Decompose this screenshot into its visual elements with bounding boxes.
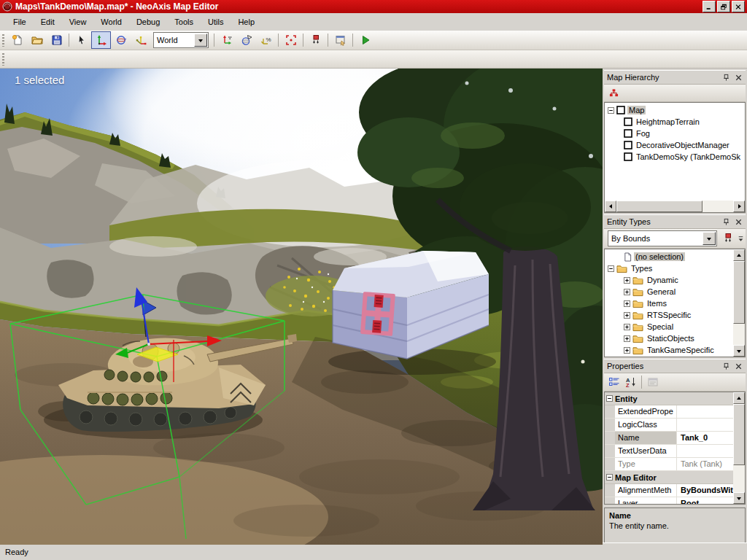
menu-item-debug[interactable]: Debug: [129, 15, 167, 28]
tree-row[interactable]: DecorativeObjectManager: [605, 139, 745, 151]
tree-row-map[interactable]: Map: [605, 104, 745, 116]
property-row[interactable]: TextUserData: [605, 445, 733, 458]
scroll-right-button[interactable]: [733, 201, 745, 212]
chevron-down-icon[interactable]: [194, 34, 207, 47]
close-icon[interactable]: [733, 72, 744, 82]
new-file-button[interactable]: [7, 31, 27, 49]
scroll-down-button[interactable]: [733, 345, 745, 357]
horizontal-scrollbar[interactable]: [605, 201, 745, 212]
move-snap-button[interactable]: [217, 31, 236, 49]
checkbox-icon[interactable]: [624, 117, 632, 126]
scroll-up-button[interactable]: [733, 392, 745, 404]
frame-selected-button[interactable]: [281, 31, 301, 49]
property-row[interactable]: LayerRoot: [605, 497, 733, 505]
expander-icon[interactable]: [624, 347, 630, 354]
expander-icon[interactable]: [606, 474, 613, 481]
properties-titlebar[interactable]: Properties: [604, 359, 746, 373]
scale-button[interactable]: [131, 31, 150, 49]
vertical-scrollbar[interactable]: [733, 392, 745, 504]
checkbox-icon[interactable]: [624, 141, 632, 149]
expander-icon[interactable]: [624, 335, 630, 342]
expander-icon[interactable]: [624, 324, 630, 330]
scrollbar-track[interactable]: [703, 201, 733, 212]
expander-icon[interactable]: [624, 312, 630, 319]
close-icon[interactable]: [733, 217, 744, 227]
chevron-down-icon[interactable]: [703, 232, 716, 245]
close-icon[interactable]: [733, 361, 744, 371]
checkbox-icon[interactable]: [624, 152, 632, 161]
rotate-snap-button[interactable]: [236, 31, 256, 49]
menu-item-utils[interactable]: Utils: [201, 15, 231, 28]
drop-object-button[interactable]: [719, 231, 736, 246]
toolbar-grip[interactable]: [2, 34, 4, 47]
expander-icon[interactable]: [608, 265, 614, 272]
scrollbar-track[interactable]: [733, 465, 745, 492]
menu-item-edit[interactable]: Edit: [34, 15, 62, 28]
scrollbar-thumb[interactable]: [733, 404, 745, 465]
property-value[interactable]: Tank_0: [677, 432, 733, 444]
property-grid[interactable]: EntityExtendedPropeLogicClassNameTank_0T…: [604, 392, 746, 505]
entity-types-tree[interactable]: (no selection)TypesDynamicGeneralItemsRT…: [605, 249, 733, 357]
expander-icon[interactable]: [606, 395, 613, 402]
pin-icon[interactable]: [721, 361, 732, 371]
tree-row[interactable]: RTSSpecific: [605, 309, 733, 321]
map-hierarchy-titlebar[interactable]: Map Hierarchy: [604, 70, 746, 85]
categorized-button[interactable]: [605, 375, 622, 389]
tree-row[interactable]: TankGameSpecific: [605, 344, 733, 356]
scrollbar-thumb[interactable]: [616, 201, 703, 212]
tree-row[interactable]: General: [605, 286, 733, 298]
property-value[interactable]: Tank (Tank): [677, 458, 733, 470]
scroll-down-button[interactable]: [733, 492, 745, 504]
tree-row[interactable]: HeightmapTerrain: [605, 116, 745, 128]
menu-item-tools[interactable]: Tools: [167, 15, 201, 28]
property-row[interactable]: LogicClass: [605, 419, 733, 432]
tree-row[interactable]: Dynamic: [605, 274, 733, 286]
rotate-button[interactable]: [111, 31, 131, 49]
expander-icon[interactable]: [624, 277, 630, 284]
menu-item-file[interactable]: File: [6, 15, 34, 28]
drop-object-button[interactable]: [306, 31, 325, 49]
tree-row[interactable]: Types: [605, 262, 733, 274]
property-value[interactable]: [677, 445, 733, 457]
tree-row[interactable]: StaticObjects: [605, 332, 733, 344]
viewport-3d-scene[interactable]: [0, 69, 603, 545]
pin-icon[interactable]: [721, 72, 732, 82]
restore-button[interactable]: [717, 1, 730, 12]
tree-row[interactable]: Special: [605, 321, 733, 332]
property-row[interactable]: AlignmentMethByBoundsWithR: [605, 484, 733, 497]
property-value[interactable]: Root: [677, 497, 733, 505]
scroll-left-button[interactable]: [605, 201, 616, 212]
scrollbar-thumb[interactable]: [733, 261, 745, 324]
toolbar-overflow-icon[interactable]: [736, 231, 746, 246]
pin-icon[interactable]: [721, 217, 732, 227]
hierarchy-button[interactable]: [605, 86, 622, 101]
resource-properties-button[interactable]: [330, 31, 350, 49]
scale-snap-button[interactable]: %: [256, 31, 276, 49]
map-hierarchy-tree[interactable]: MapHeightmapTerrainFogDecorativeObjectMa…: [605, 103, 745, 201]
menu-item-help[interactable]: Help: [231, 15, 262, 28]
tree-row[interactable]: TankDemoSky (TankDemoSk: [605, 151, 745, 163]
expander-icon[interactable]: [624, 300, 630, 307]
move-button[interactable]: [91, 31, 111, 49]
property-row[interactable]: ExtendedPrope: [605, 405, 733, 419]
tree-row[interactable]: Fog: [605, 128, 745, 139]
viewport-3d[interactable]: 1 selected: [0, 69, 603, 545]
expander-icon[interactable]: [624, 289, 630, 295]
vertical-scrollbar[interactable]: [733, 249, 745, 357]
play-button[interactable]: [355, 31, 375, 49]
menu-item-view[interactable]: View: [62, 15, 94, 28]
scrollbar-track[interactable]: [733, 324, 745, 345]
open-folder-button[interactable]: [27, 31, 47, 49]
property-row[interactable]: TypeTank (Tank): [605, 458, 733, 471]
world-selector-combobox[interactable]: World: [153, 32, 209, 48]
select-button[interactable]: [71, 31, 91, 49]
minimize-button[interactable]: [703, 1, 716, 12]
checkbox-icon[interactable]: [616, 106, 625, 114]
property-category[interactable]: Entity: [605, 392, 733, 405]
tree-row[interactable]: Items: [605, 298, 733, 309]
close-button[interactable]: [732, 1, 745, 12]
property-value[interactable]: ByBoundsWithR: [677, 484, 733, 497]
tree-row[interactable]: (no selection): [605, 251, 733, 262]
save-button[interactable]: [47, 31, 66, 49]
supply-box[interactable]: [328, 251, 496, 375]
